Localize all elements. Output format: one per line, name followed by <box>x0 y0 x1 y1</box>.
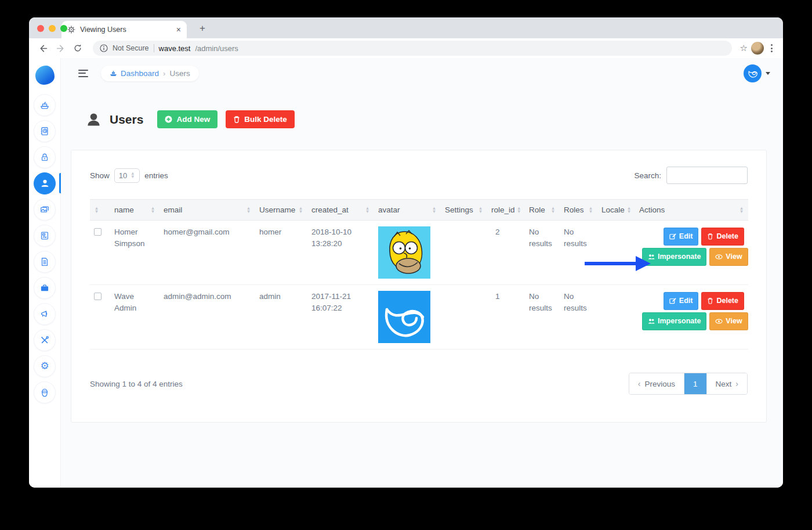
sidebar-item-media[interactable] <box>29 196 61 222</box>
forward-button[interactable] <box>53 41 67 55</box>
sort-icon: ▴▾ <box>588 207 593 213</box>
sidebar-item-dashboard[interactable] <box>29 92 61 118</box>
browser-profile-avatar[interactable] <box>751 42 764 55</box>
browser-window: Viewing Users × + Not Secure wave.test /… <box>29 17 783 488</box>
chevron-left-icon: ‹ <box>638 379 641 388</box>
new-tab-button[interactable]: + <box>195 21 210 36</box>
table-controls: Show 10 ▴▾ entries Search: <box>90 167 748 184</box>
sidebar-item-themes[interactable] <box>29 379 61 405</box>
view-button[interactable]: View <box>709 248 748 266</box>
cell-role: No results <box>525 221 560 285</box>
reload-button[interactable] <box>71 41 85 55</box>
tab-close-icon[interactable]: × <box>176 25 181 34</box>
sort-icon: ▴▾ <box>432 207 437 213</box>
sidebar-item-briefcase[interactable] <box>29 275 61 301</box>
hamburger-menu-icon[interactable] <box>78 70 88 77</box>
pagination-page-1[interactable]: 1 <box>684 373 706 394</box>
sidebar-item-pages[interactable] <box>29 222 61 248</box>
row-select-checkbox[interactable] <box>94 228 102 236</box>
sidebar-item-settings[interactable]: ⚙ <box>29 353 61 379</box>
column-header-created-at[interactable]: created_at▴▾ <box>307 200 374 221</box>
sidebar-item-announcements[interactable] <box>29 301 61 327</box>
breadcrumb-separator: › <box>163 69 165 78</box>
trash-icon <box>707 233 713 240</box>
impersonate-button[interactable]: Impersonate <box>642 312 706 330</box>
browser-menu-icon[interactable] <box>767 44 776 52</box>
cell-created-at: 2018-10-10 13:28:20 <box>307 221 374 285</box>
wave-logo[interactable] <box>35 66 55 85</box>
pagination-next[interactable]: Next › <box>706 373 747 394</box>
sidebar-item-users[interactable] <box>29 170 61 196</box>
app-header: Dashboard › Users <box>61 58 783 88</box>
row-select-checkbox[interactable] <box>94 293 102 300</box>
bookmark-star-icon[interactable]: ☆ <box>740 43 748 53</box>
column-header-avatar[interactable]: avatar▴▾ <box>374 200 441 221</box>
delete-button[interactable]: Delete <box>701 228 744 246</box>
sort-icon: ▴▾ <box>150 207 155 213</box>
column-header-name[interactable]: name▴▾ <box>110 200 160 221</box>
window-close-button[interactable] <box>37 25 44 32</box>
column-header-email[interactable]: email▴▾ <box>160 200 255 221</box>
main-content: Dashboard › Users <box>61 58 783 488</box>
breadcrumb-dashboard-link[interactable]: Dashboard <box>110 69 159 78</box>
users-icon <box>648 318 655 325</box>
cell-email: homer@gmail.com <box>160 221 255 285</box>
user-menu[interactable] <box>744 64 770 82</box>
bulk-delete-button[interactable]: Bulk Delete <box>226 110 295 128</box>
column-header-username[interactable]: Username▴▾ <box>255 200 307 221</box>
annotation-arrow <box>585 256 651 271</box>
gear-icon: ⚙ <box>34 355 56 377</box>
breadcrumb: Dashboard › Users <box>101 66 199 81</box>
back-button[interactable] <box>36 41 50 55</box>
table-row: Homer Simpson homer@gmail.com homer 2018… <box>90 221 748 285</box>
sort-icon: ▴▾ <box>627 207 631 213</box>
edit-button[interactable]: Edit <box>664 228 699 246</box>
column-header-locale[interactable]: Locale▴▾ <box>597 200 635 221</box>
column-header-role[interactable]: Role▴▾ <box>525 200 560 221</box>
cell-roles: No results <box>560 221 597 285</box>
sidebar-item-tools[interactable] <box>29 327 61 353</box>
security-label: Not Secure <box>113 44 149 52</box>
sort-icon: ▴▾ <box>246 207 251 213</box>
column-header-actions[interactable]: Actions▴▾ <box>635 200 748 221</box>
photos-icon <box>34 199 56 221</box>
column-header-settings[interactable]: Settings▴▾ <box>441 200 487 221</box>
eye-icon <box>715 254 723 260</box>
url-path: /admin/users <box>195 44 238 53</box>
window-minimize-button[interactable] <box>49 25 56 32</box>
users-table-card: Show 10 ▴▾ entries Search: <box>71 150 767 423</box>
tab-title: Viewing Users <box>80 26 172 34</box>
page-title: Users <box>110 113 143 127</box>
address-bar[interactable]: Not Secure wave.test /admin/users <box>93 41 732 56</box>
view-button[interactable]: View <box>709 312 748 330</box>
users-page-icon <box>86 112 102 127</box>
cell-username: homer <box>255 221 307 285</box>
impersonate-button[interactable]: Impersonate <box>642 248 706 266</box>
window-controls <box>37 25 67 32</box>
delete-button[interactable]: Delete <box>701 292 744 310</box>
column-header-roles[interactable]: Roles▴▾ <box>560 200 597 221</box>
browser-tab[interactable]: Viewing Users × <box>61 21 187 38</box>
table-header-row: ▴▾ name▴▾ email▴▾ Username▴▾ created_at▴… <box>90 200 748 221</box>
sidebar-item-plans[interactable] <box>29 118 61 144</box>
cell-role: No results <box>525 285 560 349</box>
tab-favicon-helm-icon <box>67 26 75 34</box>
pagination-previous[interactable]: ‹ Previous <box>629 373 684 394</box>
cell-role-id: 2 <box>487 221 525 285</box>
search-input[interactable] <box>666 167 748 184</box>
entries-select[interactable]: 10 ▴▾ <box>114 168 140 183</box>
edit-icon <box>669 233 676 240</box>
cell-created-at: 2017-11-21 16:07:22 <box>307 285 374 349</box>
window-zoom-button[interactable] <box>60 25 67 32</box>
sidebar-item-posts[interactable] <box>29 248 61 275</box>
sidebar-item-roles[interactable] <box>29 144 61 170</box>
search-label: Search: <box>634 171 661 180</box>
showing-entries-text: Showing 1 to 4 of 4 entries <box>90 380 183 388</box>
add-new-button[interactable]: Add New <box>157 110 217 128</box>
column-header-select[interactable]: ▴▾ <box>90 200 110 221</box>
edit-button[interactable]: Edit <box>664 292 699 310</box>
cell-locale <box>597 221 635 285</box>
column-header-role-id[interactable]: role_id▴▾ <box>487 200 525 221</box>
cell-role-id: 1 <box>487 285 525 349</box>
lock-icon <box>34 146 56 168</box>
